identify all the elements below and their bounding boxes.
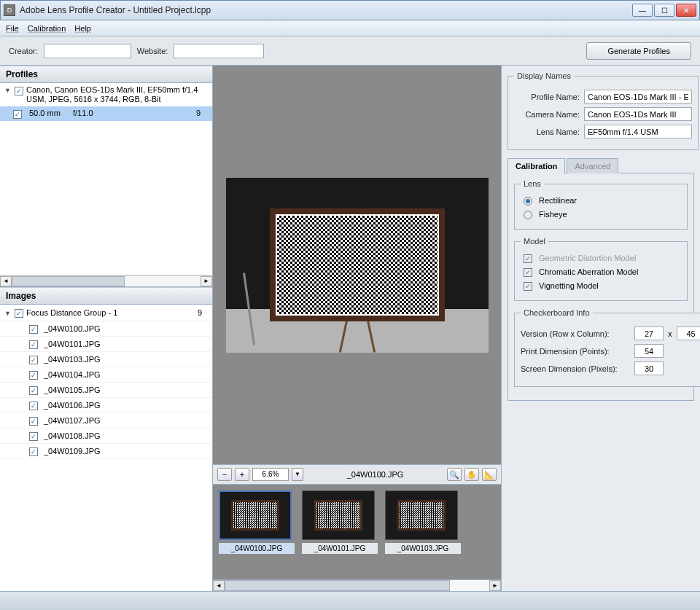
radio-icon [524,197,532,206]
profiles-header: Profiles [0,66,212,83]
scroll-thumb[interactable] [12,276,125,286]
zoom-level[interactable]: 6.6% [252,468,289,481]
profile-item-row[interactable]: ✓ 50.0 mm f/11.0 9 [0,106,212,121]
profiles-scrollbar[interactable]: ◄ ► [0,275,212,286]
image-checkbox[interactable]: ✓ [29,402,38,410]
tab-advanced[interactable]: Advanced [567,158,618,173]
image-row[interactable]: ✓_04W0101.JPG [0,337,212,352]
image-group-label: Focus Distance Group - 1 [26,308,117,317]
thumbnail[interactable]: _04W0100.JPG [219,490,295,554]
preview-image [226,178,489,353]
image-checkbox[interactable]: ✓ [29,417,38,426]
ruler-icon[interactable]: 📐 [482,468,497,481]
scroll-left-icon[interactable]: ◄ [0,276,12,286]
scroll-right-icon[interactable]: ► [201,276,212,286]
chromatic-checkbox[interactable]: ✓ Chromatic Aberration Model [521,265,681,279]
profile-root-row[interactable]: ▼ ✓ Canon, Canon EOS-1Ds Mark III, EF50m… [0,83,212,106]
menu-calibration[interactable]: Calibration [28,24,66,33]
image-row[interactable]: ✓_04W0100.JPG [0,321,212,337]
vignetting-checkbox[interactable]: ✓ Vignetting Model [521,279,681,293]
app-icon: D [4,4,15,16]
image-checkbox[interactable]: ✓ [29,447,38,456]
website-input[interactable] [174,44,264,58]
print-dim-label: Print Dimension (Points): [521,347,630,356]
close-button[interactable]: ✕ [676,4,696,17]
image-checkbox[interactable]: ✓ [29,432,38,441]
statusbar [0,591,700,610]
thumbnail-image [219,490,292,540]
maximize-button[interactable]: ☐ [654,4,674,17]
image-checkbox[interactable]: ✓ [29,325,38,334]
image-row[interactable]: ✓_04W0107.JPG [0,413,212,429]
disclosure-icon[interactable]: ▼ [4,310,12,317]
image-row[interactable]: ✓_04W0109.JPG [0,444,212,459]
image-group-count: 9 [198,308,208,317]
version-x: x [668,329,672,338]
profile-focal: 50.0 mm [29,109,73,119]
version-rows-input[interactable] [634,326,664,340]
thumbnail-strip: _04W0100.JPG_04W0101.JPG_04W0103.JPG [213,485,501,579]
generate-profiles-button[interactable]: Generate Profiles [586,42,691,60]
image-checkbox[interactable]: ✓ [29,340,38,349]
profile-name-label: Profile Name: [514,93,580,101]
thumbnail[interactable]: _04W0101.JPG [302,490,378,554]
camera-name-input[interactable] [584,107,692,121]
profile-item-checkbox[interactable]: ✓ [13,110,22,119]
image-row[interactable]: ✓_04W0103.JPG [0,352,212,367]
hand-icon[interactable]: ✋ [464,468,479,481]
right-panel: Display Names Profile Name: Camera Name:… [502,66,700,591]
version-label: Version (Row x Column): [521,329,630,338]
image-filename: _04W0108.JPG [44,431,101,440]
images-list: ▼ ✓ Focus Distance Group - 1 9 ✓_04W0100… [0,305,212,591]
image-filename: _04W0106.JPG [44,401,101,410]
image-row[interactable]: ✓_04W0105.JPG [0,383,212,398]
image-row[interactable]: ✓_04W0108.JPG [0,429,212,444]
thumbnail-label: _04W0100.JPG [219,543,295,554]
images-header: Images [0,287,212,305]
menu-help[interactable]: Help [74,24,91,33]
menubar: File Calibration Help [0,20,700,36]
image-filename: _04W0109.JPG [44,447,101,455]
image-checkbox[interactable]: ✓ [29,371,38,380]
preview-area[interactable] [213,66,501,464]
image-group-row[interactable]: ▼ ✓ Focus Distance Group - 1 9 [0,305,212,321]
rectilinear-option[interactable]: Rectilinear [521,194,681,208]
minimize-button[interactable]: — [632,4,653,17]
version-cols-input[interactable] [677,326,701,340]
profile-name-input[interactable] [584,90,692,103]
image-row[interactable]: ✓_04W0106.JPG [0,398,212,413]
disclosure-icon[interactable]: ▼ [4,87,12,94]
scroll-thumb[interactable] [225,580,450,591]
thumbnail[interactable]: _04W0103.JPG [385,490,461,554]
thumb-scrollbar[interactable]: ◄ ► [213,579,501,591]
camera-name-label: Camera Name: [514,110,580,119]
lens-name-input[interactable] [584,125,692,138]
image-checkbox[interactable]: ✓ [29,386,38,395]
scroll-left-icon[interactable]: ◄ [213,580,225,591]
scroll-right-icon[interactable]: ► [489,580,501,591]
screen-dim-input[interactable] [634,361,664,375]
screen-dim-label: Screen Dimension (Pixels): [521,364,630,373]
image-row[interactable]: ✓_04W0104.JPG [0,367,212,383]
thumbnail-image [302,490,375,540]
zoom-in-button[interactable]: + [235,468,249,481]
image-group-checkbox[interactable]: ✓ [15,309,23,318]
fisheye-option[interactable]: Fisheye [521,208,681,222]
profile-root-checkbox[interactable]: ✓ [15,87,23,95]
zoom-dropdown-icon[interactable]: ▼ [292,468,303,481]
lens-group: Lens Rectilinear Fisheye [514,179,688,230]
image-checkbox[interactable]: ✓ [29,356,38,364]
magnifier-icon[interactable]: 🔍 [447,468,462,481]
tab-calibration[interactable]: Calibration [508,158,565,173]
preview-toolbar: − + 6.6% ▼ _04W0100.JPG 🔍 ✋ 📐 [213,464,501,485]
checkerboard-legend: Checkerboard Info [521,308,593,317]
geometric-checkbox: ✓ Geometric Distortion Model [521,251,681,265]
image-filename: _04W0101.JPG [44,340,101,348]
menu-file[interactable]: File [6,24,19,33]
profile-aperture: f/11.0 [73,109,146,119]
creator-input[interactable] [44,44,131,58]
print-dim-input[interactable] [634,344,664,358]
checkbox-icon: ✓ [524,268,532,277]
zoom-out-button[interactable]: − [217,468,232,481]
preview-filename: _04W0100.JPG [306,470,444,479]
